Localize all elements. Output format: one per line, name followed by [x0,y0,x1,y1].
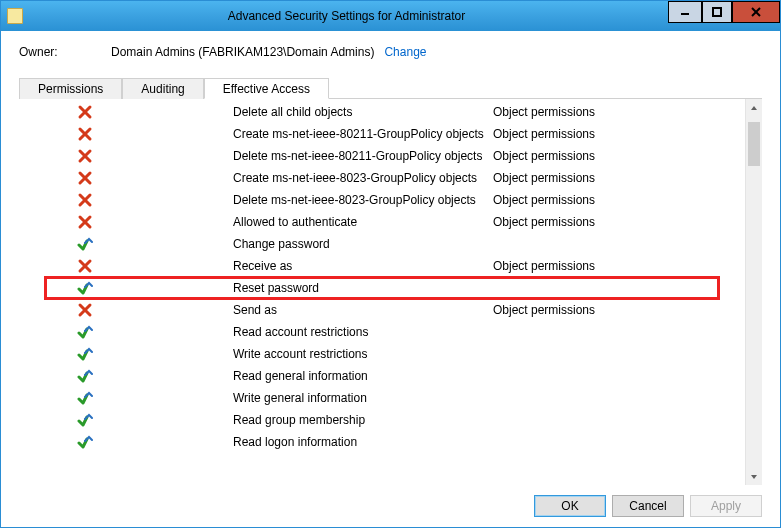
permission-row[interactable]: Write general information [19,387,745,409]
folder-icon [7,8,23,24]
permission-source: Object permissions [493,303,595,317]
apply-button[interactable]: Apply [690,495,762,517]
permission-row[interactable]: Allowed to authenticateObject permission… [19,211,745,233]
permission-row[interactable]: Read group membership [19,409,745,431]
permission-row[interactable]: Delete ms-net-ieee-8023-GroupPolicy obje… [19,189,745,211]
permission-source: Object permissions [493,149,595,163]
permission-name: Create ms-net-ieee-8023-GroupPolicy obje… [233,171,493,185]
permission-source: Object permissions [493,105,595,119]
maximize-button[interactable] [702,1,732,23]
permission-source: Object permissions [493,193,595,207]
permission-name: Create ms-net-ieee-80211-GroupPolicy obj… [233,127,493,141]
permission-row[interactable]: Create ms-net-ieee-80211-GroupPolicy obj… [19,123,745,145]
deny-icon [77,170,93,186]
permission-row[interactable]: Read general information [19,365,745,387]
close-button[interactable] [732,1,780,23]
security-settings-window: Advanced Security Settings for Administr… [0,0,781,528]
allow-icon [77,280,93,296]
permission-name: Read general information [233,369,493,383]
permission-row[interactable]: Write account restrictions [19,343,745,365]
permission-row[interactable]: Delete all child objectsObject permissio… [19,101,745,123]
permission-row[interactable]: Read logon information [19,431,745,453]
permission-name: Receive as [233,259,493,273]
permission-name: Change password [233,237,493,251]
deny-icon [77,126,93,142]
permission-row[interactable]: Receive asObject permissions [19,255,745,277]
window-buttons [668,1,780,23]
permission-name: Read group membership [233,413,493,427]
deny-icon [77,302,93,318]
change-owner-link[interactable]: Change [384,45,426,59]
permission-name: Write general information [233,391,493,405]
permission-name: Send as [233,303,493,317]
scroll-down-button[interactable] [746,468,762,485]
permission-row[interactable]: Reset password [45,277,719,299]
permissions-list: Delete all child objectsObject permissio… [19,99,745,485]
vertical-scrollbar[interactable] [745,99,762,485]
permission-source: Object permissions [493,259,595,273]
tab-effective-access[interactable]: Effective Access [204,78,329,99]
tab-permissions[interactable]: Permissions [19,78,122,99]
deny-icon [77,214,93,230]
content-area: Owner: Domain Admins (FABRIKAM123\Domain… [1,31,780,485]
permission-name: Reset password [233,281,493,295]
scroll-thumb[interactable] [748,122,760,166]
deny-icon [77,104,93,120]
permission-source: Object permissions [493,215,595,229]
allow-icon [77,412,93,428]
permission-source: Object permissions [493,127,595,141]
minimize-button[interactable] [668,1,702,23]
allow-icon [77,368,93,384]
permission-name: Read account restrictions [233,325,493,339]
ok-button[interactable]: OK [534,495,606,517]
svg-marker-21 [751,475,757,479]
deny-icon [77,192,93,208]
allow-icon [77,434,93,450]
permission-name: Delete ms-net-ieee-80211-GroupPolicy obj… [233,149,493,163]
svg-marker-20 [751,106,757,110]
owner-label: Owner: [19,45,111,59]
permission-row[interactable]: Create ms-net-ieee-8023-GroupPolicy obje… [19,167,745,189]
scroll-up-button[interactable] [746,99,762,116]
cancel-button[interactable]: Cancel [612,495,684,517]
scroll-track[interactable] [746,116,762,468]
permission-name: Read logon information [233,435,493,449]
permissions-list-container: Delete all child objectsObject permissio… [19,99,762,485]
permission-row[interactable]: Delete ms-net-ieee-80211-GroupPolicy obj… [19,145,745,167]
permission-row[interactable]: Read account restrictions [19,321,745,343]
permission-name: Allowed to authenticate [233,215,493,229]
allow-icon [77,324,93,340]
permission-row[interactable]: Change password [19,233,745,255]
permission-name: Delete all child objects [233,105,493,119]
permission-source: Object permissions [493,171,595,185]
deny-icon [77,148,93,164]
owner-row: Owner: Domain Admins (FABRIKAM123\Domain… [19,45,762,59]
tab-strip: Permissions Auditing Effective Access [19,77,762,99]
dialog-buttons: OK Cancel Apply [1,485,780,527]
permission-row[interactable]: Send asObject permissions [19,299,745,321]
owner-value: Domain Admins (FABRIKAM123\Domain Admins… [111,45,374,59]
window-title: Advanced Security Settings for Administr… [23,9,780,23]
allow-icon [77,346,93,362]
titlebar: Advanced Security Settings for Administr… [1,1,780,31]
deny-icon [77,258,93,274]
permission-name: Delete ms-net-ieee-8023-GroupPolicy obje… [233,193,493,207]
allow-icon [77,236,93,252]
tab-auditing[interactable]: Auditing [122,78,203,99]
svg-rect-1 [713,8,721,16]
allow-icon [77,390,93,406]
permission-name: Write account restrictions [233,347,493,361]
